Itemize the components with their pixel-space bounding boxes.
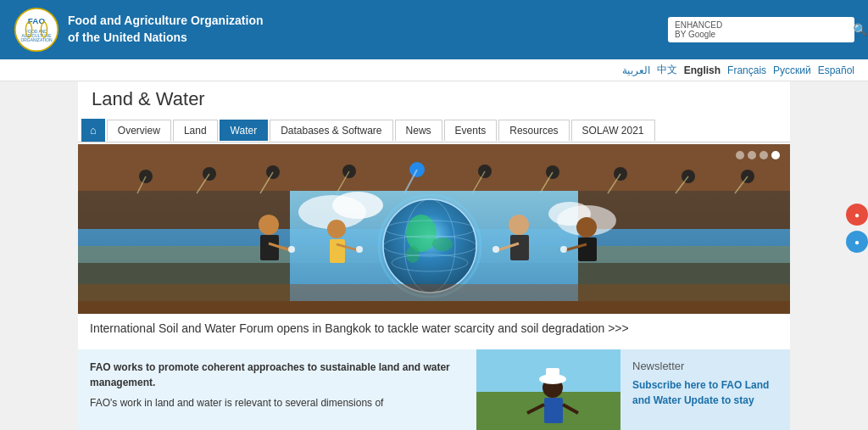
- content-wrapper: Land & Water ⌂ Overview Land Water Datab…: [78, 81, 790, 430]
- lang-french[interactable]: Français: [727, 64, 766, 76]
- bottom-middle-image: [476, 349, 620, 430]
- bottom-left-bold: FAO works to promote coherent approaches…: [90, 360, 465, 390]
- tab-solaw[interactable]: SOLAW 2021: [571, 120, 655, 141]
- tab-overview[interactable]: Overview: [107, 120, 171, 141]
- banner: [78, 144, 790, 314]
- bottom-right: Newsletter Subscribe here to FAO Land an…: [620, 349, 790, 430]
- svg-point-51: [327, 220, 346, 238]
- svg-point-50: [288, 246, 295, 253]
- banner-dots: [736, 151, 780, 159]
- dot-2[interactable]: [748, 151, 756, 159]
- lang-chinese[interactable]: 中文: [657, 63, 677, 77]
- lang-russian[interactable]: Русский: [773, 64, 811, 76]
- header-title: Food and Agriculture Organization of the…: [68, 13, 263, 46]
- tab-land[interactable]: Land: [173, 120, 218, 141]
- lang-arabic[interactable]: العربية: [622, 64, 650, 76]
- svg-point-38: [432, 237, 453, 251]
- bottom-left: FAO works to promote coherent approaches…: [78, 349, 476, 430]
- tab-news[interactable]: News: [395, 120, 442, 141]
- sidebar-btn-2[interactable]: ●: [846, 231, 868, 253]
- svg-point-33: [332, 192, 383, 219]
- svg-rect-70: [546, 368, 559, 380]
- tab-water[interactable]: Water: [220, 120, 269, 141]
- page-title: Land & Water: [78, 81, 790, 119]
- lang-spanish[interactable]: Español: [818, 64, 854, 76]
- sidebar-btn-1[interactable]: ●: [846, 204, 868, 226]
- svg-point-37: [406, 215, 437, 252]
- svg-rect-71: [544, 398, 563, 423]
- svg-point-47: [259, 215, 279, 235]
- bottom-left-body: FAO's work in land and water is relevant…: [90, 395, 465, 410]
- banner-image: [78, 144, 790, 314]
- nav-tabs: ⌂ Overview Land Water Databases & Softwa…: [78, 119, 790, 142]
- banner-caption: International Soil and Water Forum opens…: [78, 314, 790, 344]
- google-label: ENHANCED BY Google: [675, 20, 722, 39]
- svg-point-59: [576, 217, 597, 237]
- svg-text:FOOD AND: FOOD AND: [25, 30, 47, 34]
- tab-databases[interactable]: Databases & Software: [270, 120, 392, 141]
- newsletter-title: Newsletter: [632, 360, 778, 372]
- newsletter-text: Subscribe here to FAO Land and Water Upd…: [632, 377, 778, 408]
- home-tab[interactable]: ⌂: [81, 119, 105, 142]
- search-box[interactable]: ENHANCED BY Google 🔍: [668, 17, 854, 42]
- svg-point-62: [560, 246, 567, 253]
- page-wrapper: FAO FOOD AND AGRICULTURE ORGANIZATION Fo…: [0, 0, 868, 430]
- svg-rect-48: [260, 235, 279, 260]
- fao-logo: FAO FOOD AND AGRICULTURE ORGANIZATION: [14, 7, 59, 53]
- svg-rect-56: [510, 235, 529, 260]
- search-button[interactable]: 🔍: [853, 23, 867, 36]
- dot-3[interactable]: [760, 151, 768, 159]
- svg-rect-52: [330, 239, 345, 263]
- svg-point-55: [509, 215, 529, 235]
- bottom-section: FAO works to promote coherent approaches…: [78, 349, 790, 430]
- dot-1[interactable]: [736, 151, 744, 159]
- svg-rect-60: [578, 237, 597, 261]
- search-input[interactable]: [726, 24, 853, 36]
- language-bar: العربية 中文 English Français Русский Espa…: [0, 59, 868, 81]
- lang-english[interactable]: English: [684, 64, 721, 76]
- svg-text:ORGANIZATION: ORGANIZATION: [20, 38, 53, 42]
- svg-point-39: [406, 246, 420, 263]
- tab-events[interactable]: Events: [444, 120, 498, 141]
- dot-4[interactable]: [771, 151, 780, 159]
- svg-point-58: [492, 246, 499, 253]
- svg-point-54: [356, 246, 363, 253]
- header-left: FAO FOOD AND AGRICULTURE ORGANIZATION Fo…: [14, 7, 263, 53]
- site-header: FAO FOOD AND AGRICULTURE ORGANIZATION Fo…: [0, 0, 868, 59]
- svg-rect-64: [78, 301, 790, 314]
- tab-resources[interactable]: Resources: [498, 120, 569, 141]
